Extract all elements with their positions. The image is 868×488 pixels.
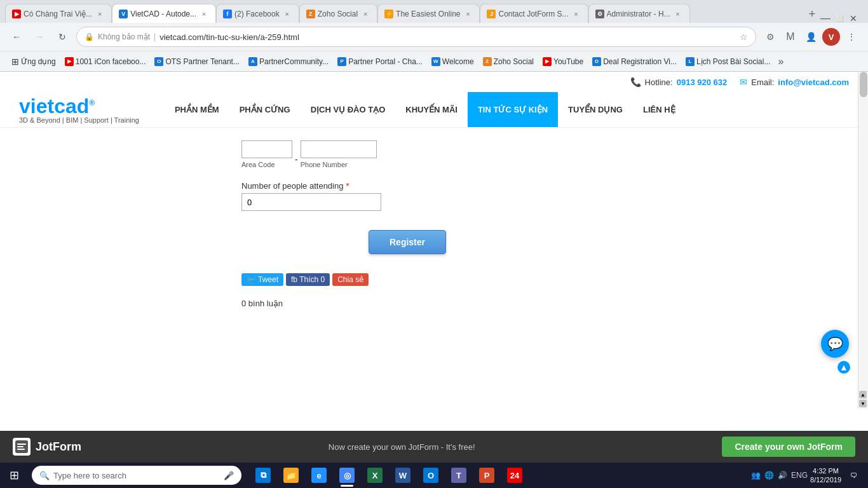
attending-label: Number of people attending * bbox=[241, 181, 849, 191]
scroll-top-button[interactable]: ▲ bbox=[837, 361, 850, 374]
phone-number-input[interactable] bbox=[301, 140, 377, 158]
bookmark-item-0[interactable]: ⊞Ứng dụng bbox=[8, 55, 60, 68]
start-button[interactable]: ⊞ bbox=[0, 463, 28, 488]
bookmark-item-4[interactable]: PPartner Portal - Cha... bbox=[334, 56, 426, 67]
maximize-button[interactable]: ⬜ bbox=[835, 14, 844, 23]
register-button[interactable]: Register bbox=[369, 230, 446, 254]
bookmark-item-1[interactable]: ▶1001 iCon faceboo... bbox=[61, 56, 150, 67]
taskbar-search[interactable]: 🔍 Type here to search 🎤 bbox=[32, 466, 241, 485]
taskbar-app-ppt[interactable]: P bbox=[474, 463, 499, 488]
address-bar[interactable]: 🔒 Không bảo mật | vietcad.com/tin-tuc-su… bbox=[76, 27, 756, 47]
back-button[interactable]: ← bbox=[8, 28, 25, 46]
taskbar-app-teams[interactable]: T bbox=[446, 463, 471, 488]
browser-tab-tab3[interactable]: f(2) Facebook× bbox=[216, 4, 299, 23]
bookmark-star-icon[interactable]: ☆ bbox=[740, 32, 748, 42]
tab-close-icon[interactable]: × bbox=[95, 9, 105, 19]
site-content: Area Code - Phone Number Number of peopl… bbox=[0, 128, 868, 321]
browser-tab-tab7[interactable]: ⚙Administrator - H...× bbox=[588, 4, 690, 23]
gmail-icon[interactable]: M bbox=[782, 28, 799, 46]
bookmark-item-2[interactable]: OOTS Partner Tenant... bbox=[151, 56, 243, 67]
attending-input[interactable] bbox=[241, 193, 381, 211]
chrome-icon: ◎ bbox=[339, 468, 355, 483]
phone-row: Area Code - Phone Number bbox=[241, 140, 849, 168]
scrollbar-thumb[interactable] bbox=[860, 72, 867, 97]
phone-number-wrap: Phone Number bbox=[301, 140, 377, 168]
area-code-input[interactable] bbox=[241, 140, 292, 158]
address-text: vietcad.com/tin-tuc-su-kien/a-259.html bbox=[159, 32, 736, 42]
browser-tab-tab6[interactable]: JContact JotForm S...× bbox=[480, 4, 588, 23]
scrollbar[interactable]: ▲ ▼ bbox=[858, 72, 868, 409]
close-button[interactable]: ✕ bbox=[849, 14, 858, 23]
nav-item-0[interactable]: PHẦN MỀM bbox=[165, 92, 229, 127]
bm-favicon: A bbox=[248, 57, 257, 66]
bookmark-item-8[interactable]: DDeal Registration Vi... bbox=[588, 56, 681, 67]
taskbar-time[interactable]: 4:32 PM 8/12/2019 bbox=[810, 466, 841, 485]
tab-close-icon[interactable]: × bbox=[360, 9, 370, 19]
hotline-info: 📞 Hotline: 0913 920 632 bbox=[630, 77, 728, 87]
bm-favicon: L bbox=[686, 57, 695, 66]
bookmark-item-7[interactable]: ▶YouTube bbox=[539, 56, 587, 67]
tab-title: The Easiest Online bbox=[396, 10, 460, 18]
taskbar-app-ie[interactable]: e bbox=[306, 463, 332, 488]
create-jotform-button[interactable]: Create your own JotForm bbox=[722, 437, 855, 457]
bm-favicon: D bbox=[592, 57, 601, 66]
bm-label: Zoho Social bbox=[494, 57, 534, 66]
menu-button[interactable]: ⋮ bbox=[843, 28, 860, 46]
bookmark-item-6[interactable]: ZZoho Social bbox=[479, 56, 538, 67]
network-icon[interactable]: 🌐 bbox=[764, 471, 774, 480]
word-icon: W bbox=[395, 468, 410, 483]
comments-count: 0 bình luận bbox=[241, 299, 849, 308]
nav-item-1[interactable]: PHẦN CỨNG bbox=[229, 92, 301, 127]
bookmarks-more-icon[interactable]: » bbox=[778, 56, 783, 67]
site-top-bar: 📞 Hotline: 0913 920 632 ✉ Email: info@vi… bbox=[0, 72, 868, 92]
people-icon[interactable]: 👥 bbox=[751, 471, 761, 480]
notification-button[interactable]: 🗨 bbox=[844, 466, 863, 485]
scroll-down-arrow[interactable]: ▼ bbox=[859, 400, 867, 407]
new-tab-button[interactable]: + bbox=[803, 5, 821, 23]
taskbar-app-outlook[interactable]: O bbox=[418, 463, 444, 488]
jotform-icon bbox=[13, 438, 31, 456]
tab-close-icon[interactable]: × bbox=[463, 9, 473, 19]
nav-item-2[interactable]: DỊCH VỤ ĐÀO TẠO bbox=[301, 92, 396, 127]
nav-item-6[interactable]: LIÊN HỆ bbox=[633, 92, 686, 127]
bm-favicon: W bbox=[431, 57, 440, 66]
nav-item-3[interactable]: KHUYẾN MÃI bbox=[395, 92, 468, 127]
taskbar-app-file-explorer[interactable]: 📁 bbox=[278, 463, 304, 488]
taskbar-app-chrome[interactable]: ◎ bbox=[334, 463, 360, 488]
browser-tab-tab5[interactable]: ⚡The Easiest Online× bbox=[377, 4, 480, 23]
taskbar-app-24h[interactable]: 24 bbox=[502, 463, 527, 488]
taskbar-app-word[interactable]: W bbox=[390, 463, 416, 488]
logo-text: vietcad® bbox=[19, 96, 139, 116]
tab-close-icon[interactable]: × bbox=[673, 9, 683, 19]
accounts-icon[interactable]: 👤 bbox=[802, 28, 820, 46]
like-button[interactable]: fb Thích 0 bbox=[286, 273, 330, 286]
scroll-up-arrow[interactable]: ▲ bbox=[859, 391, 867, 398]
extensions-button[interactable]: ⚙ bbox=[761, 28, 779, 46]
browser-tab-tab1[interactable]: ▶Có Chàng Trai Việ...× bbox=[5, 4, 112, 23]
taskbar-app-excel[interactable]: X bbox=[362, 463, 388, 488]
bookmark-item-3[interactable]: APartnerCommunity... bbox=[245, 56, 332, 67]
tab-close-icon[interactable]: × bbox=[282, 9, 292, 19]
profile-button[interactable]: V bbox=[822, 28, 840, 46]
jotform-cta-text: Now create your own JotForm - It's free! bbox=[329, 442, 475, 452]
language-label[interactable]: ENG bbox=[791, 471, 808, 480]
tweet-button[interactable]: 🐦 Tweet bbox=[241, 273, 283, 286]
forward-button[interactable]: → bbox=[31, 28, 48, 46]
bookmark-item-9[interactable]: LLịch Post Bài Social... bbox=[682, 56, 774, 67]
taskbar-app-task-view[interactable]: ⧉ bbox=[250, 463, 276, 488]
browser-tab-tab4[interactable]: ZZoho Social× bbox=[299, 4, 377, 23]
minimize-button[interactable]: — bbox=[821, 14, 830, 23]
taskbar-search-text: Type here to search bbox=[53, 471, 126, 480]
bm-favicon: P bbox=[337, 57, 346, 66]
share-button[interactable]: Chia sẻ bbox=[332, 273, 369, 286]
browser-tab-tab2[interactable]: VVietCAD - Autode...× bbox=[112, 4, 216, 23]
bookmark-item-5[interactable]: WWelcome bbox=[428, 56, 478, 67]
chat-bubble[interactable]: 💬 bbox=[821, 330, 849, 358]
tab-close-icon[interactable]: × bbox=[571, 9, 581, 19]
site-nav: vietcad® 3D & Beyond | BIM | Support | T… bbox=[0, 92, 868, 128]
nav-item-4[interactable]: TIN TỨC SỰ KIỆN bbox=[468, 92, 558, 127]
nav-item-5[interactable]: TUYỂN DỤNG bbox=[558, 92, 633, 127]
volume-icon[interactable]: 🔊 bbox=[778, 471, 787, 480]
reload-button[interactable]: ↻ bbox=[53, 28, 71, 46]
tab-close-icon[interactable]: × bbox=[199, 9, 209, 19]
